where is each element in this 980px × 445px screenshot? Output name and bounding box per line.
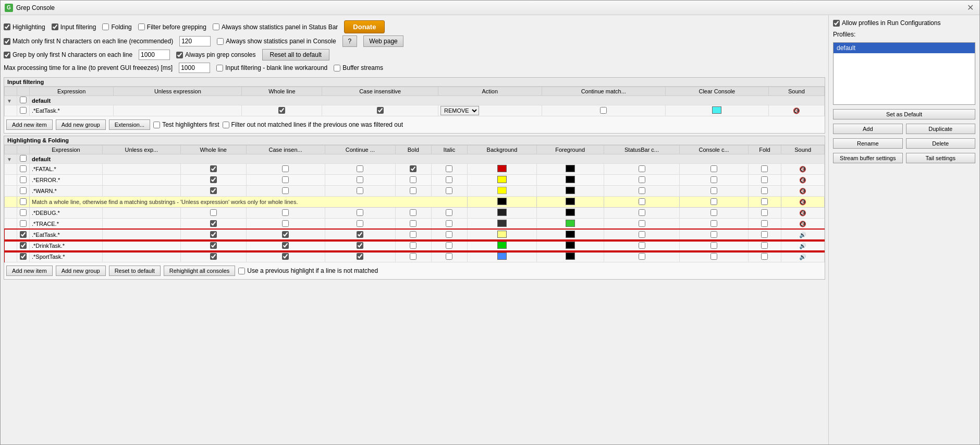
hf-error-continue[interactable] (357, 176, 363, 183)
duplicate-button[interactable]: Duplicate (906, 124, 976, 134)
set-default-button[interactable]: Set as Default (833, 109, 975, 119)
hf-fatal-whole[interactable] (210, 165, 217, 172)
hf-debug-check[interactable] (20, 209, 27, 216)
hf-trace-case[interactable] (282, 220, 289, 227)
hf-sport-console[interactable] (710, 253, 717, 260)
hf-error-case[interactable] (282, 176, 289, 183)
if-row1-whole[interactable] (278, 107, 285, 114)
hf-drink-fold[interactable] (761, 242, 768, 249)
hf-error-bg[interactable] (497, 176, 507, 183)
hf-warn-continue[interactable] (357, 187, 363, 194)
hf-sport-bg[interactable] (497, 252, 507, 260)
hf-debug-whole[interactable] (210, 209, 217, 216)
hf-drink-sound[interactable]: 🔊 (798, 241, 807, 250)
hf-debug-statusbar[interactable] (639, 209, 645, 216)
hf-eat-fg[interactable] (566, 231, 575, 238)
hf-warn-bg[interactable] (497, 187, 507, 194)
input-filtering-checkbox[interactable]: Input filtering (52, 23, 96, 31)
hf-trace-bg[interactable] (497, 220, 507, 227)
hf-trace-whole[interactable] (210, 220, 217, 227)
if-group-expand[interactable]: ▼ (5, 96, 17, 105)
hf-sport-fold[interactable] (761, 253, 768, 260)
hf-sport-bold[interactable] (410, 253, 416, 260)
hf-reset-btn[interactable]: Reset to default (109, 266, 161, 276)
profile-item-default[interactable]: default (834, 43, 975, 53)
hf-warn-italic[interactable] (446, 187, 452, 194)
tail-settings-button[interactable]: Tail settings (906, 153, 976, 163)
hf-fatal-fold[interactable] (761, 165, 768, 172)
hf-drink-case[interactable] (282, 242, 289, 249)
hf-trace-fold[interactable] (761, 220, 768, 227)
hf-rehighlight-btn[interactable]: Rehighlight all consoles (164, 266, 236, 276)
hf-eat-italic[interactable] (446, 231, 452, 238)
if-extension-btn[interactable]: Extension... (109, 119, 150, 130)
hf-drink-continue[interactable] (357, 242, 363, 249)
hf-eat-bold[interactable] (410, 231, 416, 238)
stream-buffer-button[interactable]: Stream buffer settings (833, 153, 903, 163)
always-show-stats-console-checkbox[interactable]: Always show statistics panel in Console (217, 38, 336, 45)
hf-trace-fg[interactable] (566, 220, 575, 227)
hf-warn-fg[interactable] (566, 187, 575, 194)
hf-debug-bg[interactable] (497, 209, 507, 216)
hf-error-sound[interactable]: 🔇 (798, 175, 807, 185)
folding-checkbox[interactable]: Folding (102, 23, 131, 31)
close-button[interactable]: ✕ (965, 3, 975, 13)
hf-eat-fold[interactable] (761, 231, 768, 238)
hf-debug-console[interactable] (710, 209, 717, 216)
hf-trace-bold[interactable] (410, 220, 416, 227)
if-row1-check[interactable] (20, 107, 27, 114)
hf-warn-check[interactable] (20, 187, 27, 194)
reset-all-button[interactable]: Reset all to default (262, 49, 329, 61)
hf-tooltip-sound[interactable]: 🔇 (798, 197, 807, 207)
hf-add-item-btn[interactable]: Add new item (6, 266, 53, 276)
hf-error-italic[interactable] (446, 176, 452, 183)
hf-eat-continue[interactable] (357, 231, 363, 238)
hf-add-group-btn[interactable]: Add new group (56, 266, 106, 276)
hf-group-check[interactable] (20, 155, 27, 162)
if-row1-case[interactable] (377, 107, 384, 114)
hf-debug-case[interactable] (282, 209, 289, 216)
hf-fatal-italic[interactable] (446, 165, 452, 172)
hf-fatal-console[interactable] (710, 165, 717, 172)
hf-fatal-sound[interactable]: 🔇 (798, 164, 807, 174)
if-group-check[interactable] (20, 97, 27, 103)
hf-error-check[interactable] (20, 176, 27, 183)
hf-sport-sound[interactable]: 🔊 (798, 252, 807, 261)
if-add-group-btn[interactable]: Add new group (56, 119, 106, 130)
hf-tooltip-console[interactable] (710, 198, 717, 205)
hf-fatal-bg[interactable] (497, 165, 507, 172)
hf-trace-statusbar[interactable] (639, 220, 645, 227)
hf-trace-sound[interactable]: 🔇 (798, 219, 807, 228)
hf-warn-statusbar[interactable] (639, 187, 645, 194)
match-first-n-checkbox[interactable]: Match only first N characters on each li… (4, 38, 173, 45)
hf-eat-bg[interactable] (497, 231, 507, 238)
hf-error-whole[interactable] (210, 176, 217, 183)
hf-eat-check[interactable] (20, 231, 27, 238)
use-previous-highlight-checkbox[interactable]: Use a previous highlight if a line is no… (238, 267, 378, 274)
hf-tooltip-bg[interactable] (497, 198, 507, 205)
match-n-input[interactable] (179, 36, 211, 46)
filter-not-matched-checkbox[interactable]: Filter out not matched lines if the prev… (223, 121, 403, 128)
if-row1-sound[interactable]: 🔇 (792, 106, 801, 115)
if-row1-clear-color[interactable] (712, 106, 721, 114)
donate-button[interactable]: Donate (344, 20, 385, 33)
hf-sport-case[interactable] (282, 253, 289, 260)
hf-drink-whole[interactable] (210, 242, 217, 249)
max-time-input[interactable] (179, 63, 210, 73)
input-filtering-blank-checkbox[interactable]: Input filtering - blank line workaround (216, 64, 327, 71)
hf-tooltip-fold[interactable] (761, 198, 768, 205)
hf-eat-whole[interactable] (210, 231, 217, 238)
hf-warn-whole[interactable] (210, 187, 217, 194)
hf-debug-fg[interactable] (566, 209, 575, 216)
hf-debug-italic[interactable] (446, 209, 452, 216)
hf-warn-sound[interactable]: 🔇 (798, 186, 807, 196)
hf-trace-console[interactable] (710, 220, 717, 227)
hf-debug-sound[interactable]: 🔇 (798, 208, 807, 218)
hf-error-statusbar[interactable] (639, 176, 645, 183)
hf-error-fg[interactable] (566, 176, 575, 183)
hf-error-fold[interactable] (761, 176, 768, 183)
hf-debug-bold[interactable] (410, 209, 416, 216)
hf-tooltip-fg[interactable] (566, 198, 575, 205)
if-row1-action-select[interactable]: REMOVE (440, 106, 479, 115)
hf-drink-bold[interactable] (410, 242, 416, 249)
